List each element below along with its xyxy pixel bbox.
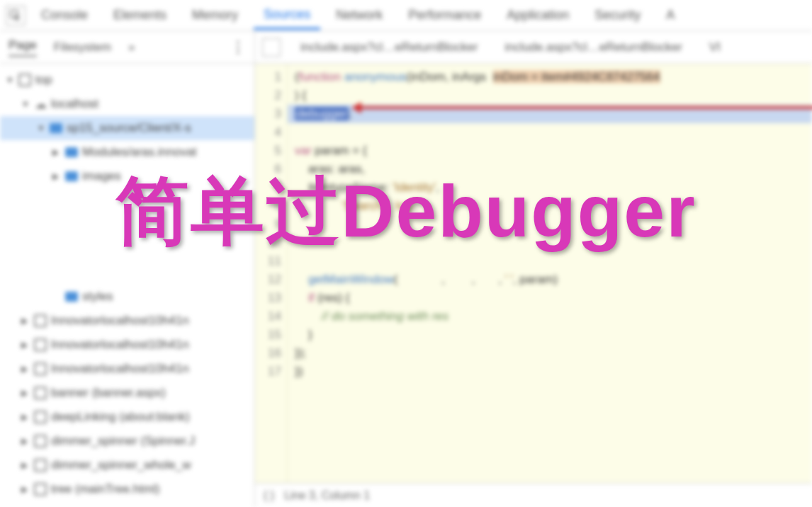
tree-item[interactable] [0, 237, 254, 261]
tab-console[interactable]: Console [31, 2, 98, 28]
tab-security[interactable]: Security [585, 2, 650, 28]
tab-application[interactable]: Application [497, 2, 579, 28]
editor-tab-0[interactable]: include.aspx?cl…eReturnBlocker [293, 36, 485, 59]
tree-item[interactable]: ▼top [0, 68, 254, 92]
tree-item[interactable]: ▶dimmer_spinner (Spinner.J [0, 429, 254, 453]
tree-item[interactable]: ▼☁localhost [0, 92, 254, 116]
tree-item[interactable]: ▶dimmer_spinner_whole_w [0, 453, 254, 477]
tree-item[interactable]: ▶Innovatorlocalhost10h41n [0, 357, 254, 381]
tab-more[interactable]: » [128, 40, 135, 55]
nav-toggle-icon[interactable] [262, 38, 281, 57]
tree-item[interactable]: ▶Innovatorlocalhost10h41n [0, 333, 254, 357]
tree-item[interactable]: ▶Modules/aras.innovat [0, 140, 254, 164]
tree-item[interactable] [0, 188, 254, 212]
editor-pane: include.aspx?cl…eReturnBlocker include.a… [255, 31, 812, 507]
tab-memory[interactable]: Memory [182, 2, 248, 28]
status-bar: { } Line 3, Column 1 [255, 483, 812, 507]
tree-item[interactable]: ▶banner (banner.aspx) [0, 381, 254, 405]
tab-elements[interactable]: Elements [103, 2, 176, 28]
tree-item[interactable]: ▶images [0, 164, 254, 188]
braces-icon[interactable]: { } [264, 489, 274, 502]
tree-item[interactable] [0, 261, 254, 285]
tab-performance[interactable]: Performance [398, 2, 491, 28]
tree-item[interactable]: ▶tree (mainTree.html) [0, 477, 254, 501]
tree-item[interactable]: ▶deepLinking (about:blank) [0, 405, 254, 429]
file-tree[interactable]: ▼top▼☁localhost▼sp15_source/Client/X-s▶M… [0, 64, 254, 507]
tree-item[interactable]: ▶Innovatorlocalhost10h41n [0, 309, 254, 333]
sources-sidebar: Page Filesystem » ⋮ ▼top▼☁localhost▼sp15… [0, 31, 255, 507]
cursor-position: Line 3, Column 1 [284, 489, 370, 502]
tab-filesystem[interactable]: Filesystem [54, 40, 111, 55]
tree-item[interactable]: styles [0, 285, 254, 309]
editor-tab-2[interactable]: VI [702, 36, 728, 59]
tab-a[interactable]: A [656, 2, 684, 28]
tree-item[interactable]: ▼sp15_source/Client/X-s [0, 116, 254, 140]
inspect-icon[interactable] [6, 6, 26, 25]
tab-sources[interactable]: Sources [254, 1, 320, 30]
tab-page[interactable]: Page [9, 38, 37, 57]
code-editor[interactable]: 1234567891011121314151617 (function anon… [255, 64, 812, 483]
tab-network[interactable]: Network [326, 2, 393, 28]
devtools-tabs: ConsoleElementsMemorySourcesNetworkPerfo… [0, 0, 812, 31]
tree-item[interactable] [0, 212, 254, 237]
kebab-icon[interactable]: ⋮ [230, 38, 246, 57]
editor-tab-1[interactable]: include.aspx?cl…eReturnBlocker [497, 36, 689, 59]
annotation-arrow [354, 106, 812, 109]
